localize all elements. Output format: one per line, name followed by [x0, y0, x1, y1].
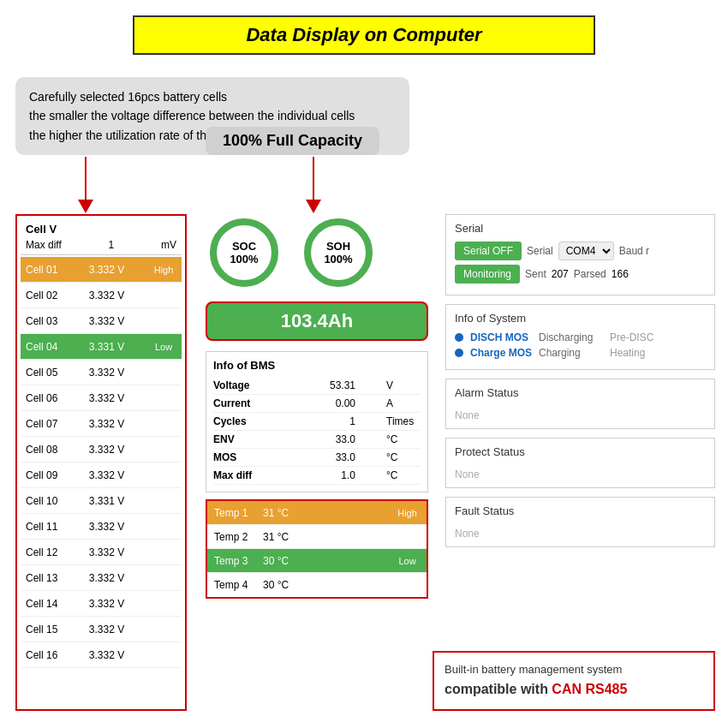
bms-val: 1: [304, 415, 355, 427]
ah-display: 103.4Ah: [206, 301, 428, 341]
info-system-section: Info of System DISCH MOS Discharging Pre…: [445, 304, 715, 370]
serial-row-1: Serial OFF Serial COM4 Baud r: [455, 242, 706, 260]
cell-panel: Cell V Max diff 1 mV Cell 013.332 VHighC…: [15, 214, 187, 711]
cell-voltage: 3.332 V: [68, 418, 146, 430]
arrow-left-head: [78, 200, 93, 213]
bms-rows: Voltage53.31VCurrent0.00ACycles1TimesENV…: [213, 377, 421, 485]
right-panel: Serial Serial OFF Serial COM4 Baud r Mon…: [445, 214, 715, 556]
arrow-center-line: [313, 157, 314, 201]
bms-val: 0.00: [304, 397, 355, 409]
temp-val: 31 °C: [263, 507, 388, 519]
cell-tag: [146, 397, 182, 400]
fault-value: None: [455, 524, 706, 540]
cell-voltage: 3.332 V: [68, 367, 146, 379]
cell-name: Cell 15: [21, 624, 68, 636]
cell-row: Cell 123.332 V: [21, 540, 182, 565]
bottom-note-line1: Built-in battery management system: [445, 661, 703, 679]
soh-label: SOH: [324, 240, 352, 253]
cell-voltage: 3.332 V: [68, 598, 146, 610]
bottom-note-prefix: compatible with: [445, 682, 552, 696]
monitoring-button[interactable]: Monitoring: [455, 265, 520, 283]
cell-tag: [146, 294, 182, 297]
cell-voltage: 3.332 V: [68, 264, 146, 276]
alarm-status-section: Alarm Status None: [445, 379, 715, 429]
charge-mos-val: Charging: [539, 347, 603, 359]
cell-tag: [146, 422, 182, 426]
cell-row: Cell 093.332 V: [21, 462, 182, 488]
bms-val: 1.0: [304, 469, 355, 481]
protect-title: Protect Status: [455, 445, 706, 458]
cell-tag: [146, 602, 182, 606]
bms-data-row: Max diff1.0°C: [213, 467, 421, 485]
bms-val: 33.0: [304, 433, 355, 445]
cell-voltage: 3.332 V: [68, 444, 146, 456]
temp-tag: High: [388, 506, 427, 520]
cell-row: Cell 053.332 V: [21, 360, 182, 385]
cell-tag: [146, 576, 182, 580]
serial-label: Serial: [527, 245, 553, 257]
temp-tag: [388, 535, 427, 539]
sent-label: Sent: [525, 268, 546, 280]
cell-name: Cell 04: [21, 341, 68, 353]
bms-unit: Times: [386, 415, 421, 427]
temp-tag: [388, 583, 427, 587]
cell-row: Cell 153.332 V: [21, 617, 182, 642]
temp-name: Temp 3: [207, 555, 263, 567]
cell-tag: [146, 371, 182, 374]
temp-name: Temp 1: [207, 507, 263, 519]
cell-name: Cell 05: [21, 367, 68, 379]
page-title: Data Display on Computer: [133, 15, 595, 55]
serial-section: Serial Serial OFF Serial COM4 Baud r Mon…: [445, 214, 715, 295]
circles-row: SOC 100% SOH 100%: [206, 214, 428, 291]
temp-val: 30 °C: [263, 579, 388, 591]
cell-name: Cell 03: [21, 315, 68, 327]
temp-val: 30 °C: [263, 555, 388, 567]
cell-row: Cell 083.332 V: [21, 437, 182, 462]
info-line2: the smaller the voltage difference betwe…: [29, 106, 396, 125]
cell-panel-header: Cell V: [21, 219, 182, 237]
cell-name: Cell 16: [21, 649, 68, 661]
cell-row: Cell 163.332 V: [21, 642, 182, 668]
cell-name: Cell 14: [21, 598, 68, 610]
bms-unit: °C: [386, 433, 421, 445]
serial-off-button[interactable]: Serial OFF: [455, 242, 522, 260]
maxdiff-unit: mV: [161, 239, 176, 251]
temp-row: Temp 131 °CHigh: [207, 501, 427, 525]
cell-voltage: 3.332 V: [68, 649, 146, 661]
cell-name: Cell 07: [21, 418, 68, 430]
sys-row-1: DISCH MOS Discharging Pre-DISC: [455, 331, 706, 343]
bms-data-row: ENV33.0°C: [213, 431, 421, 449]
protect-status-section: Protect Status None: [445, 438, 715, 488]
cell-voltage: 3.332 V: [68, 392, 146, 404]
cell-tag: [146, 448, 182, 451]
cell-row: Cell 013.332 VHigh: [21, 257, 182, 283]
charge-mos-val2: Heating: [610, 347, 645, 359]
serial-row-2: Monitoring Sent 207 Parsed 166: [455, 265, 706, 283]
bms-val: 33.0: [304, 451, 355, 463]
soh-circle: SOH 100%: [300, 214, 377, 291]
bottom-note-highlight: CAN RS485: [552, 682, 627, 696]
cell-voltage: 3.331 V: [68, 341, 146, 353]
bms-data-row: Voltage53.31V: [213, 377, 421, 395]
cell-tag: [146, 653, 182, 657]
dot-blue-1: [455, 333, 463, 342]
soc-circle: SOC 100%: [206, 214, 283, 291]
soc-circle-container: SOC 100%: [206, 214, 283, 291]
info-line1: Carefully selected 16pcs battery cells: [29, 87, 396, 106]
bms-key: MOS: [213, 451, 273, 463]
serial-title: Serial: [455, 222, 706, 235]
com-select[interactable]: COM4: [558, 242, 614, 260]
temp-name: Temp 4: [207, 579, 263, 591]
cell-row: Cell 073.332 V: [21, 411, 182, 437]
cell-tag: Low: [146, 340, 182, 354]
cell-row: Cell 113.332 V: [21, 514, 182, 540]
cell-tag: [146, 319, 182, 323]
cell-tag: [146, 474, 182, 477]
soh-value: 100%: [324, 253, 352, 266]
cell-rows: Cell 013.332 VHighCell 023.332 VCell 033…: [21, 257, 182, 668]
temp-name: Temp 2: [207, 531, 263, 543]
cell-voltage: 3.332 V: [68, 469, 146, 481]
bottom-note: Built-in battery management system compa…: [433, 651, 715, 711]
temp-row: Temp 231 °C: [207, 525, 427, 549]
disch-mos-val: Discharging: [539, 331, 603, 343]
